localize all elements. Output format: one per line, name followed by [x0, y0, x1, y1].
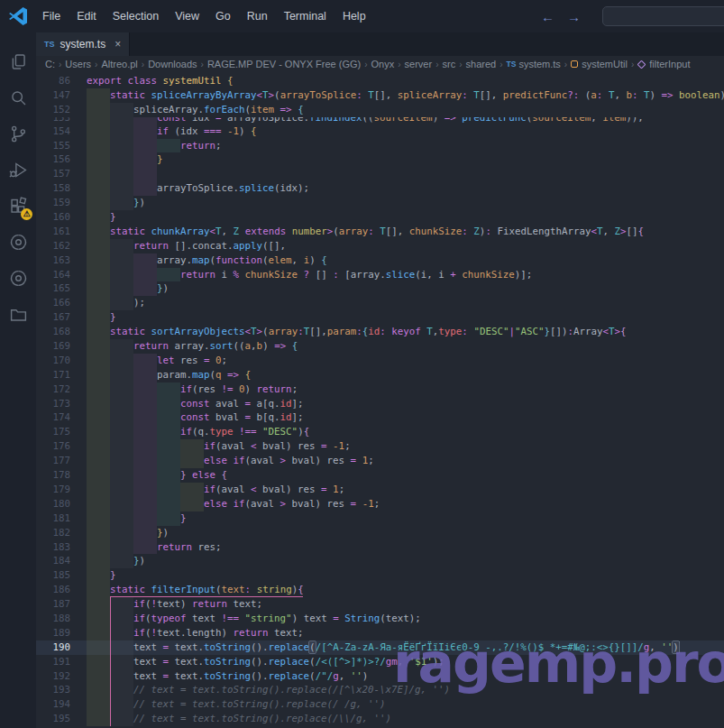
code-line[interactable]: 86export class systemUtil {	[36, 74, 724, 88]
line-number[interactable]: 189	[36, 626, 87, 640]
code-line[interactable]: 168 static sortArrayObjects<T>(array:T[]…	[36, 325, 724, 339]
line-number[interactable]: 184	[36, 554, 87, 568]
line-number[interactable]: 160	[36, 210, 87, 225]
line-number[interactable]: 173	[36, 397, 87, 411]
code-line[interactable]: 147 static spliceArrayByArray<T>(arrayTo…	[36, 88, 724, 103]
line-number[interactable]: 152	[36, 103, 87, 117]
breadcrumb-item[interactable]: Altreo.pl	[101, 59, 137, 69]
code-line[interactable]: 172 if(res != 0) return;	[36, 382, 724, 397]
line-number[interactable]: 157	[36, 167, 87, 181]
line-number[interactable]: 154	[36, 124, 87, 139]
line-number[interactable]: 193	[36, 683, 87, 697]
code-line[interactable]: 159 })	[36, 196, 724, 210]
line-number[interactable]: 156	[36, 152, 87, 167]
back-arrow-icon[interactable]: ←	[541, 9, 554, 24]
code-line[interactable]: 154 if (idx === -1) {	[36, 124, 724, 139]
breadcrumb-item[interactable]: src	[443, 59, 456, 69]
breadcrumb-item[interactable]: filterInput	[637, 59, 690, 69]
code-line[interactable]: 165 })	[36, 281, 724, 296]
tab-system-ts[interactable]: TS system.ts ×	[36, 32, 130, 56]
code-line[interactable]: 173 const aval = a[q.id];	[36, 397, 724, 411]
code-line[interactable]: 160 }	[36, 210, 724, 225]
line-number[interactable]: 170	[36, 354, 87, 368]
line-number[interactable]: 181	[36, 511, 87, 526]
line-number[interactable]: 177	[36, 454, 87, 468]
breadcrumb-item[interactable]: C:	[45, 59, 55, 69]
code-line[interactable]: 174 const bval = b[q.id];	[36, 410, 724, 425]
code-line[interactable]: 193 // text = text.toString().replace(/[…	[36, 683, 724, 697]
code-line[interactable]: 158 arrayToSplice.splice(idx);	[36, 181, 724, 196]
breadcrumb-item[interactable]: Downloads	[148, 59, 197, 69]
line-number[interactable]: 176	[36, 439, 87, 454]
chatgpt-icon-2[interactable]	[0, 260, 36, 296]
code-line[interactable]: 162 return [].concat.apply([],	[36, 239, 724, 253]
line-number[interactable]: 86	[36, 74, 87, 88]
code-line[interactable]: 167 }	[36, 310, 724, 325]
line-number[interactable]: 188	[36, 612, 87, 626]
code-line[interactable]: 184 })	[36, 554, 724, 568]
menu-item-edit[interactable]: Edit	[69, 0, 105, 32]
line-number[interactable]: 175	[36, 425, 87, 439]
code-line[interactable]: 161 static chunkArray<T, Z extends numbe…	[36, 225, 724, 239]
menu-item-run[interactable]: Run	[239, 0, 276, 32]
code-line[interactable]: 156 }	[36, 152, 724, 167]
code-line[interactable]: 188 if(typeof text !== "string") text = …	[36, 612, 724, 626]
code-line[interactable]: 176 if(aval < bval) res = -1;	[36, 439, 724, 454]
explorer-icon[interactable]	[0, 43, 36, 79]
code-line[interactable]: 190 text = text.toString().replace(/[^A-…	[36, 640, 724, 655]
search-icon[interactable]	[0, 79, 36, 115]
code-line[interactable]: 185 }	[36, 568, 724, 583]
code-line[interactable]: 157	[36, 167, 724, 181]
code-line[interactable]: 178 } else {	[36, 468, 724, 483]
line-number[interactable]: 159	[36, 196, 87, 210]
menu-item-go[interactable]: Go	[207, 0, 239, 32]
breadcrumb-item[interactable]: shared	[466, 59, 497, 69]
line-number[interactable]: 155	[36, 139, 87, 153]
line-number[interactable]: 164	[36, 268, 87, 282]
code-line[interactable]: 175 if(q.type !== "DESC"){	[36, 425, 724, 439]
line-number[interactable]: 165	[36, 281, 87, 296]
breadcrumb-item[interactable]: RAGE.MP DEV - ONYX Free (GG)	[207, 59, 361, 69]
menu-item-selection[interactable]: Selection	[105, 0, 167, 32]
line-number[interactable]: 158	[36, 181, 87, 196]
code-line[interactable]: 166 );	[36, 296, 724, 310]
line-number[interactable]: 190	[36, 640, 87, 655]
line-number[interactable]: 183	[36, 540, 87, 555]
code-line[interactable]: 171 param.map(q => {	[36, 368, 724, 382]
line-number[interactable]: 167	[36, 310, 87, 325]
line-number[interactable]: 166	[36, 296, 87, 310]
code-line[interactable]: 186 static filterInput(text: string){	[36, 583, 724, 597]
code-line[interactable]: 183 return res;	[36, 540, 724, 555]
code-line[interactable]: 177 else if(aval > bval) res = 1;	[36, 454, 724, 468]
menu-item-terminal[interactable]: Terminal	[276, 0, 335, 32]
code-line[interactable]: 170 let res = 0;	[36, 354, 724, 368]
forward-arrow-icon[interactable]: →	[567, 9, 581, 24]
code-line[interactable]: 163 array.map(function(elem, i) {	[36, 253, 724, 268]
breadcrumb-item[interactable]: Users	[65, 59, 91, 69]
line-number[interactable]: 178	[36, 468, 87, 483]
line-number[interactable]: 168	[36, 325, 87, 339]
tab-close-icon[interactable]: ×	[115, 38, 121, 51]
line-number[interactable]: 187	[36, 597, 87, 612]
code-line[interactable]: 195 // text = text.toString().replace(/\…	[36, 712, 724, 726]
code-line[interactable]: 189 if(!text.length) return text;	[36, 626, 724, 640]
run-debug-icon[interactable]	[0, 152, 36, 188]
line-number[interactable]: 179	[36, 483, 87, 497]
line-number[interactable]: 147	[36, 88, 87, 103]
line-number[interactable]: 162	[36, 239, 87, 253]
code-line[interactable]: 187 if(!text) return text;	[36, 597, 724, 612]
line-number[interactable]: 195	[36, 712, 87, 726]
code-line[interactable]: 180 else if(aval > bval) res = -1;	[36, 497, 724, 511]
code-line[interactable]: 182 })	[36, 526, 724, 540]
code-line[interactable]: 153 const idx = arrayToSplice.findIndex(…	[36, 117, 724, 124]
line-number[interactable]: 191	[36, 655, 87, 669]
code-line[interactable]: 152 spliceArray.forEach(item => {	[36, 103, 724, 117]
menu-item-help[interactable]: Help	[335, 0, 374, 32]
line-number[interactable]: 186	[36, 583, 87, 597]
code-line[interactable]: 192 text = text.toString().replace(/"/g,…	[36, 669, 724, 684]
code-line[interactable]: 194 // text = text.toString().replace(/ …	[36, 697, 724, 712]
folder-icon[interactable]	[0, 296, 36, 332]
code-line[interactable]: 179 if(aval < bval) res = 1;	[36, 483, 724, 497]
breadcrumb-item[interactable]: Onyx	[371, 59, 395, 69]
command-center-searchbox[interactable]	[602, 6, 724, 26]
